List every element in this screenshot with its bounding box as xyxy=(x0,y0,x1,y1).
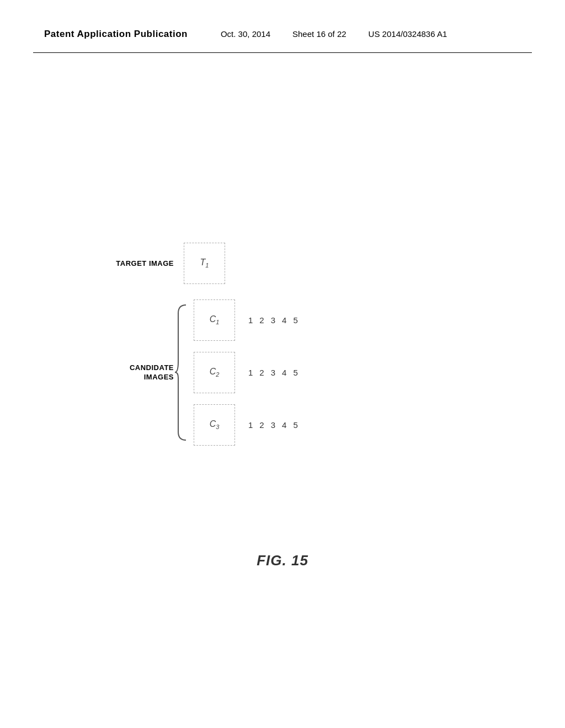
rating-2-5: 5 xyxy=(293,368,297,377)
rating-1-3: 3 xyxy=(271,315,275,325)
rating-numbers-1: 1 2 3 4 5 xyxy=(248,315,298,325)
candidate-label-3: C3 xyxy=(210,419,220,430)
rating-3-2: 2 xyxy=(259,420,264,430)
target-box-label: T1 xyxy=(200,258,209,269)
rating-3-1: 1 xyxy=(248,420,253,430)
candidate-sub-3: 3 xyxy=(216,424,219,431)
candidate-label-line2: IMAGES xyxy=(144,373,174,382)
rating-1-1: 1 xyxy=(248,315,253,325)
curly-brace-icon xyxy=(174,302,189,443)
candidate-label-2: C2 xyxy=(210,367,220,378)
rating-numbers-3: 1 2 3 4 5 xyxy=(248,420,298,430)
publication-title: Patent Application Publication xyxy=(44,29,188,40)
candidate-box-3: C3 xyxy=(194,404,235,446)
rating-3-3: 3 xyxy=(271,420,275,430)
rating-numbers-2: 1 2 3 4 5 xyxy=(248,368,298,377)
diagram-area: TARGET IMAGE T1 CANDIDATE IMAGES C1 xyxy=(110,243,419,446)
candidate-rows: C1 1 2 3 4 5 C2 1 xyxy=(194,299,298,446)
candidate-label-1: C1 xyxy=(210,314,220,325)
candidate-section: CANDIDATE IMAGES C1 1 2 3 xyxy=(110,299,419,446)
rating-1-2: 2 xyxy=(259,315,264,325)
rating-1-4: 4 xyxy=(282,315,286,325)
patent-number: US 2014/0324836 A1 xyxy=(369,29,447,39)
header-divider xyxy=(33,52,532,53)
publication-date: Oct. 30, 2014 xyxy=(221,29,270,39)
candidate-sub-2: 2 xyxy=(216,372,219,378)
target-image-row: TARGET IMAGE T1 xyxy=(110,243,419,284)
candidate-row-3: C3 1 2 3 4 5 xyxy=(194,404,298,446)
rating-3-4: 4 xyxy=(282,420,286,430)
rating-1-5: 5 xyxy=(293,315,297,325)
candidate-row-2: C2 1 2 3 4 5 xyxy=(194,352,298,393)
target-image-box: T1 xyxy=(184,243,225,284)
figure-caption: FIG. 15 xyxy=(257,552,308,569)
brace-and-rows: C1 1 2 3 4 5 C2 1 xyxy=(174,299,298,446)
candidate-label-block: CANDIDATE IMAGES xyxy=(110,363,174,382)
rating-2-2: 2 xyxy=(259,368,264,377)
candidate-box-1: C1 xyxy=(194,299,235,341)
target-box-subscript: 1 xyxy=(205,263,209,269)
candidate-sub-1: 1 xyxy=(216,319,219,326)
sheet-info: Sheet 16 of 22 xyxy=(292,29,347,39)
rating-3-5: 5 xyxy=(293,420,297,430)
rating-2-4: 4 xyxy=(282,368,286,377)
target-image-label: TARGET IMAGE xyxy=(110,259,174,267)
figure-caption-area: FIG. 15 xyxy=(0,552,565,569)
rating-2-3: 3 xyxy=(271,368,275,377)
candidate-row-1: C1 1 2 3 4 5 xyxy=(194,299,298,341)
candidate-box-2: C2 xyxy=(194,352,235,393)
candidate-label-line1: CANDIDATE xyxy=(130,363,174,373)
rating-2-1: 1 xyxy=(248,368,253,377)
